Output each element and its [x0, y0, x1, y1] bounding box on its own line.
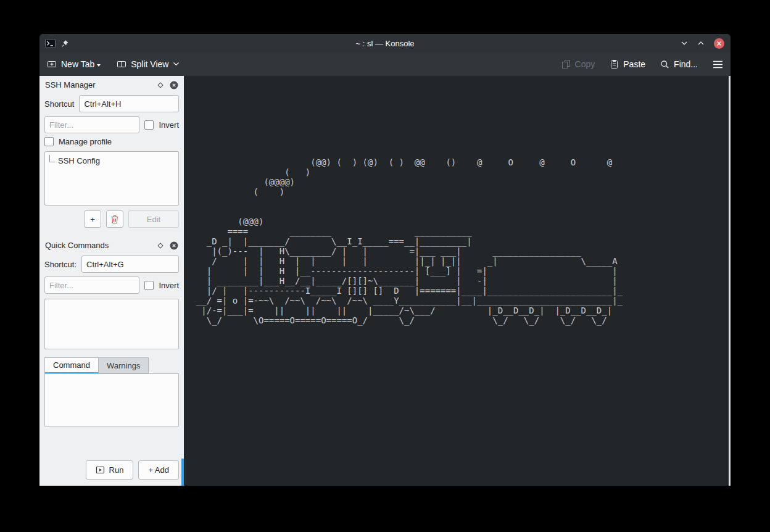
ssh-shortcut-label: Shortcut: [44, 99, 74, 109]
qc-shortcut-label: Shortcut:: [44, 260, 77, 269]
pin-icon[interactable]: [61, 39, 69, 48]
ssh-config-list[interactable]: SSH Config: [44, 151, 179, 206]
qc-shortcut-input[interactable]: [81, 256, 179, 273]
ssh-manager-panel-header[interactable]: SSH Manager: [39, 76, 184, 91]
ssh-edit-label: Edit: [147, 215, 160, 224]
window-title: ~ : sl — Konsole: [114, 39, 656, 48]
find-button[interactable]: Find...: [660, 59, 698, 69]
paste-button[interactable]: Paste: [610, 59, 645, 69]
paste-icon: [610, 59, 619, 69]
float-panel-icon[interactable]: [157, 81, 164, 89]
ssh-invert-checkbox[interactable]: [144, 120, 154, 130]
find-label: Find...: [674, 59, 698, 69]
maximize-button[interactable]: [697, 39, 705, 48]
tab-warnings[interactable]: Warnings: [99, 357, 149, 373]
new-tab-icon: [47, 59, 57, 69]
ssh-delete-button[interactable]: [106, 210, 123, 228]
quick-commands-list[interactable]: [44, 299, 179, 349]
run-label: Run: [109, 465, 124, 475]
qc-add-button[interactable]: + Add: [138, 460, 179, 480]
hamburger-icon: [713, 60, 723, 69]
copy-button[interactable]: Copy: [561, 59, 595, 69]
tab-command[interactable]: Command: [44, 357, 99, 373]
tab-command-label: Command: [53, 360, 90, 370]
tree-branch-icon: [49, 155, 55, 162]
close-panel-icon[interactable]: [170, 241, 178, 250]
search-icon: [660, 60, 669, 69]
chevron-down-icon: [173, 62, 180, 67]
new-tab-label: New Tab: [61, 59, 94, 69]
titlebar[interactable]: ~ : sl — Konsole: [39, 34, 731, 52]
main-toolbar: New Tab Split View Copy P: [39, 52, 731, 76]
run-icon: [96, 465, 105, 475]
close-panel-icon[interactable]: [170, 81, 178, 89]
paste-label: Paste: [623, 59, 645, 69]
copy-label: Copy: [575, 59, 595, 69]
quick-commands-title: Quick Commands: [45, 241, 151, 250]
split-view-icon: [117, 59, 126, 69]
konsole-window: ~ : sl — Konsole New Tab Split: [39, 34, 731, 486]
split-view-button[interactable]: Split View: [117, 59, 180, 69]
float-panel-icon[interactable]: [157, 242, 164, 249]
menu-button[interactable]: [713, 60, 723, 69]
split-view-label: Split View: [131, 59, 168, 69]
terminal-view[interactable]: (@@) ( ) (@) ( ) @@ () @ O @ O @ ( ) (@@…: [184, 76, 731, 486]
qc-add-label: + Add: [148, 465, 169, 475]
ssh-edit-button[interactable]: Edit: [128, 210, 179, 228]
qc-invert-checkbox[interactable]: [144, 281, 154, 290]
sl-train-ascii-art: (@@) ( ) (@) ( ) @@ () @ O @ O @ ( ) (@@…: [184, 76, 731, 325]
command-editor[interactable]: [44, 373, 179, 426]
minimize-button[interactable]: [680, 39, 689, 48]
trash-icon: [110, 215, 119, 224]
ssh-add-button[interactable]: +: [84, 210, 101, 228]
copy-icon: [561, 59, 571, 69]
manage-profile-label: Manage profile: [59, 137, 112, 146]
new-tab-button[interactable]: New Tab: [47, 59, 101, 69]
list-item[interactable]: SSH Config: [45, 152, 178, 165]
manage-profile-checkbox[interactable]: [44, 137, 54, 146]
quick-commands-panel-header[interactable]: Quick Commands: [39, 236, 184, 252]
ssh-manager-title: SSH Manager: [45, 80, 151, 89]
konsole-app-icon[interactable]: [45, 39, 56, 48]
ssh-filter-input[interactable]: [44, 116, 139, 133]
terminal-scrollbar[interactable]: [729, 76, 731, 486]
qc-filter-input[interactable]: [44, 276, 139, 294]
close-button[interactable]: [713, 38, 725, 49]
new-tab-menu-arrow-icon: [97, 64, 101, 67]
desktop: { "window": { "title": "~ : sl — Konsole…: [0, 0, 770, 532]
ssh-invert-label: Invert: [159, 120, 179, 130]
tab-warnings-label: Warnings: [107, 361, 140, 370]
ssh-shortcut-input[interactable]: [79, 95, 179, 112]
run-button[interactable]: Run: [86, 460, 134, 480]
ssh-config-item-label: SSH Config: [58, 156, 100, 165]
sidebar: SSH Manager Shortcut Invert Manage pr: [39, 76, 184, 486]
plus-icon: +: [90, 215, 95, 224]
qc-invert-label: Invert: [159, 281, 179, 290]
